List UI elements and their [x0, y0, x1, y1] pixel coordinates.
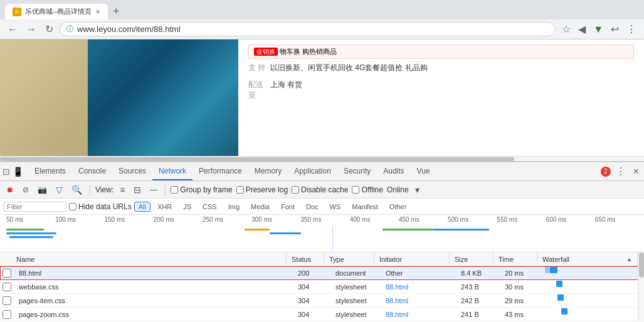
online-dropdown-button[interactable]: ▾ [413, 184, 422, 196]
td-type-0: document [330, 266, 381, 279]
td-time-0: 20 ms [500, 266, 544, 279]
active-tab[interactable]: 乐 乐优商城--商品详情页 × [5, 4, 108, 19]
page-content: 促销换 物车换 购热销商品 支 持 以旧换新、闲置手机回收 4G套餐超值抢 礼品… [0, 39, 644, 162]
filter-doc-button[interactable]: Doc [302, 202, 323, 212]
th-name[interactable]: Name [11, 252, 287, 266]
td-initiator-0: Other [381, 266, 456, 279]
devtools-more-button[interactable]: ⋮ [613, 164, 628, 179]
th-size[interactable]: Size [450, 252, 494, 266]
group-by-frame-checkbox[interactable] [171, 186, 178, 194]
table-row[interactable]: pages-zoom.css 304 stylesheet 88.html 24… [0, 308, 644, 321]
tab-vue[interactable]: Vue [411, 163, 436, 180]
offline-checkbox[interactable] [352, 186, 359, 194]
row-checkbox-3[interactable] [3, 310, 11, 319]
td-initiator-2[interactable]: 88.html [381, 294, 456, 307]
filter-all-button[interactable]: All [134, 202, 150, 212]
row-checkbox-2[interactable] [3, 296, 11, 305]
th-time[interactable]: Time [494, 252, 537, 266]
td-initiator-3[interactable]: 88.html [381, 308, 456, 321]
tab-security[interactable]: Security [337, 163, 377, 180]
row-checkbox-0[interactable] [3, 269, 11, 278]
extension2-button[interactable]: ▼ [591, 23, 606, 36]
clear-button[interactable]: ⊘ [20, 184, 31, 195]
devtools-device-icon[interactable]: 📱 [13, 167, 23, 177]
devtools-close-button[interactable]: × [631, 165, 641, 179]
camera-button[interactable]: 📷 [35, 184, 50, 195]
table-row[interactable]: webbase.css 304 stylesheet 88.html 243 B… [0, 280, 644, 294]
delivery-label: 配送至 [248, 80, 270, 101]
table-row[interactable]: 88.html 200 document Other 8.4 KB 20 ms [0, 266, 644, 280]
menu-button[interactable]: ⋮ [624, 22, 639, 36]
address-text[interactable]: www.leyou.com/item/88.html [77, 24, 549, 34]
reload-button[interactable]: ↻ [43, 22, 56, 36]
td-name-0: 88.html [14, 266, 293, 279]
tab-audits[interactable]: Audits [377, 163, 410, 180]
forward-button[interactable]: → [24, 23, 39, 36]
tab-console[interactable]: Console [72, 163, 112, 180]
td-name-3: pages-zoom.css [14, 308, 293, 321]
filter-css-button[interactable]: CSS [198, 202, 221, 212]
group-by-frame-label[interactable]: Group by frame [171, 185, 232, 194]
filter-ws-button[interactable]: WS [325, 202, 346, 212]
td-name-1: webbase.css [14, 280, 293, 293]
disable-cache-label[interactable]: Disable cache [292, 185, 348, 194]
th-status[interactable]: Status [287, 252, 324, 266]
row-checkbox-1[interactable] [3, 283, 11, 291]
table-row[interactable]: pages-item.css 304 stylesheet 88.html 24… [0, 294, 644, 308]
filter-manifest-button[interactable]: Manifest [347, 202, 383, 212]
vertical-scrollbar[interactable] [638, 252, 644, 321]
filter-other-button[interactable]: Other [385, 202, 411, 212]
record-button[interactable]: ⏺ [4, 184, 16, 195]
tab-performance[interactable]: Performance [193, 163, 248, 180]
tl-400ms: 400 ms [350, 216, 399, 223]
preserve-log-label[interactable]: Preserve log [236, 185, 288, 194]
tab-close-button[interactable]: × [95, 7, 100, 16]
back-button[interactable]: ← [5, 23, 20, 36]
td-waterfall-3 [544, 308, 644, 321]
hide-data-urls-checkbox[interactable] [69, 203, 77, 210]
new-tab-button[interactable]: + [108, 5, 125, 18]
disable-cache-checkbox[interactable] [292, 186, 299, 194]
devtools-inspect-icon[interactable]: ⊡ [3, 167, 10, 177]
view-large-button[interactable]: ⊟ [131, 184, 144, 196]
td-waterfall-2 [544, 294, 644, 307]
tbar-6 [383, 229, 433, 231]
product-image-2 [88, 39, 238, 161]
back2-button[interactable]: ↩ [608, 22, 621, 36]
filter-button[interactable]: ▽ [53, 184, 65, 196]
filter-js-button[interactable]: JS [179, 202, 196, 212]
filter-xhr-button[interactable]: XHR [153, 202, 176, 212]
tab-memory[interactable]: Memory [248, 163, 288, 180]
hide-data-urls-label[interactable]: Hide data URLs [69, 202, 132, 211]
scrollbar-thumb-h[interactable] [0, 157, 514, 161]
td-type-1: stylesheet [330, 280, 381, 293]
offline-label[interactable]: Offline [352, 185, 383, 194]
address-bar[interactable]: ⓘ www.leyou.com/item/88.html [60, 22, 556, 36]
tab-application[interactable]: Application [288, 163, 337, 180]
td-name-2: pages-item.css [14, 294, 293, 307]
extension-button[interactable]: ◀ [576, 22, 588, 36]
tl-100ms: 100 ms [55, 216, 104, 223]
error-badge: 2 [601, 167, 611, 177]
horizontal-scrollbar[interactable] [0, 156, 644, 161]
td-waterfall-1 [544, 280, 644, 293]
promo-text: 物车换 购热销商品 [280, 48, 337, 55]
bookmark-button[interactable]: ☆ [559, 22, 573, 36]
tab-sources[interactable]: Sources [112, 163, 152, 180]
filter-input[interactable] [4, 202, 66, 212]
th-initiator[interactable]: Initiator [374, 252, 450, 266]
view-small-button[interactable]: — [147, 184, 160, 195]
scrollbar-v-thumb[interactable] [639, 252, 644, 278]
filter-img-button[interactable]: Img [224, 202, 244, 212]
td-type-3: stylesheet [330, 308, 381, 321]
filter-media-button[interactable]: Media [246, 202, 274, 212]
filter-font-button[interactable]: Font [277, 202, 299, 212]
view-list-button[interactable]: ≡ [117, 184, 127, 196]
preserve-log-checkbox[interactable] [236, 186, 244, 194]
search-button[interactable]: 🔍 [69, 184, 85, 196]
tab-network[interactable]: Network [152, 163, 193, 180]
tab-elements[interactable]: Elements [28, 163, 72, 180]
th-type[interactable]: Type [324, 252, 374, 266]
td-initiator-1[interactable]: 88.html [381, 280, 456, 293]
th-waterfall[interactable]: Waterfall ▲ [537, 252, 638, 266]
